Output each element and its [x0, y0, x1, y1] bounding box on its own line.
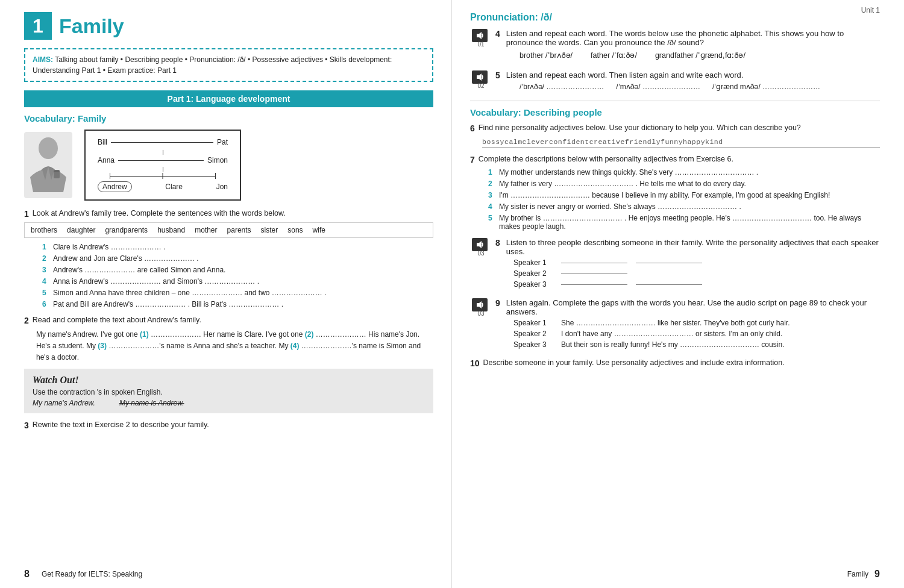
- unit-title: Family: [59, 14, 124, 38]
- book-title-left: Get Ready for IELTS: Speaking: [42, 570, 142, 578]
- part1-banner: Part 1: Language development: [24, 90, 433, 107]
- tree-andrew: Andrew: [98, 181, 132, 192]
- svg-marker-6: [477, 301, 482, 308]
- speaker-label-9-1: Speaker 1: [513, 319, 553, 327]
- exercise-1: 1 Look at Andrew's family tree. Complete…: [24, 209, 433, 308]
- audio-icon-9[interactable]: [472, 298, 488, 311]
- ex9-instruction: Listen again. Complete the gaps with the…: [506, 298, 880, 316]
- ex10-num: 10: [470, 358, 480, 368]
- ex6-instruction: Find nine personality adjectives below. …: [479, 124, 801, 132]
- speaker-icon-5: [476, 73, 484, 81]
- ex7-header: 7 Complete the descriptions below with p…: [470, 155, 880, 164]
- watch-out-box: Watch Out! Use the contraction 's in spo…: [24, 369, 433, 413]
- ex1-num: 1: [24, 209, 29, 219]
- section-right: Family: [847, 570, 868, 578]
- tree-simon: Simon: [207, 156, 228, 164]
- page-num-right: 9: [874, 569, 880, 580]
- exercise-4: 01 4 Listen and repeat each word. The wo…: [470, 29, 880, 63]
- ex2-text: My name's Andrew. I've got one (1) ………………: [24, 329, 433, 364]
- ex10-instruction: Describe someone in your family. Use per…: [483, 358, 785, 367]
- page-num-left: 8: [24, 569, 30, 580]
- speaker-label-3: Speaker 3: [513, 280, 553, 289]
- ex10-header: 10 Describe someone in your family. Use …: [470, 358, 880, 368]
- list-item: 2Andrew and Jon are Clare's ………………… .: [42, 254, 433, 263]
- ex4-track: 01: [477, 41, 484, 48]
- speaker-row-9-2: Speaker 2 I don't have any …………………………… o…: [513, 330, 880, 338]
- speaker-row-9-1: Speaker 1 She …………………………… like her siste…: [513, 319, 880, 327]
- speaker-text-9-1: She …………………………… like her sister. They've…: [561, 319, 790, 327]
- ex5-track: 02: [477, 83, 484, 89]
- unit-number-box: 1: [24, 12, 52, 40]
- aims-box: AIMS: Talking about family • Describing …: [24, 48, 433, 82]
- exercise-7: 7 Complete the descriptions below with p…: [470, 155, 880, 231]
- watch-out-strike: My name is Andrew.: [119, 399, 184, 407]
- tree-clare: Clare: [165, 183, 183, 191]
- ex1-header: 1 Look at Andrew's family tree. Complete…: [24, 209, 433, 219]
- page-footer-left: 8 Get Ready for IELTS: Speaking: [24, 569, 142, 580]
- exercise-3: 3 Rewrite the text in Exercise 2 to desc…: [24, 421, 433, 430]
- watch-out-line1: Use the contraction 's in spoken English…: [33, 388, 425, 396]
- exercise-10: 10 Describe someone in your family. Use …: [470, 358, 880, 368]
- list-item: 3I'm …………………………… because I believe in my…: [488, 191, 880, 199]
- ex2-header: 2 Read and complete the text about Andre…: [24, 316, 433, 325]
- list-item: 6Pat and Bill are Andrew's ………………… . Bil…: [42, 300, 433, 308]
- ex8-num: 8: [495, 238, 500, 248]
- tree-jon: Jon: [216, 183, 228, 191]
- ex6-num: 6: [470, 124, 475, 133]
- ex5-audio-block: 02 5 Listen and repeat each word. Then l…: [470, 70, 880, 93]
- ex3-num: 3: [24, 421, 29, 430]
- wb-brothers: brothers: [31, 226, 57, 234]
- ex7-instruction: Complete the descriptions below with per…: [479, 155, 733, 163]
- speaker-row-1: Speaker 1: [513, 258, 880, 267]
- tree-pat: Pat: [217, 138, 228, 146]
- watch-out-title: Watch Out!: [33, 375, 425, 386]
- ex2-instruction: Read and complete the text about Andrew'…: [33, 316, 201, 324]
- ex5-num: 5: [495, 70, 500, 80]
- ex7-num: 7: [470, 155, 475, 164]
- ex5-item-2: /ˈmʌðə/ ……………………: [616, 83, 700, 91]
- person-silhouette-svg: [27, 135, 69, 195]
- wb-wife: wife: [313, 226, 325, 234]
- ex4-instruction: Listen and repeat each word. The words b…: [506, 29, 880, 47]
- list-item: 1Clare is Andrew's ………………… .: [42, 243, 433, 251]
- list-item: 2My father is very …………………………… . He tell…: [488, 180, 880, 188]
- audio-icon-col-9: 03: [470, 298, 492, 317]
- right-page: Unit 1 Pronunciation: /ð/ 01 4 Listen an…: [452, 0, 904, 588]
- speaker-icon-8: [476, 240, 484, 249]
- section-separator: [470, 101, 880, 101]
- watch-out-italic: My name's Andrew.: [33, 399, 95, 407]
- wb-parents: parents: [227, 226, 251, 234]
- watch-out-content: Use the contraction 's in spoken English…: [33, 388, 425, 407]
- audio-icon-4[interactable]: [472, 29, 488, 42]
- wb-sons: sons: [287, 226, 303, 234]
- unit-number: 1: [33, 15, 43, 37]
- exercise-6: 6 Find nine personality adjectives below…: [470, 124, 880, 148]
- ex9-num: 9: [495, 298, 500, 308]
- ex8-audio-block: 03 8 Listen to three people describing s…: [470, 238, 880, 291]
- ex4-words: brother /ˈbrʌðə/ father /ˈfɑːðə/ grandfa…: [519, 51, 880, 60]
- speaker-blank-1b: [636, 263, 702, 263]
- ex1-instruction: Look at Andrew's family tree. Complete t…: [33, 209, 286, 217]
- list-item: 5Simon and Anna have three children – on…: [42, 289, 433, 297]
- tree-bill: Bill: [98, 138, 107, 146]
- speaker-blank-3a: [561, 284, 627, 285]
- exercise-8: 03 8 Listen to three people describing s…: [470, 238, 880, 291]
- audio-icon-col-4: 01: [470, 29, 492, 48]
- adj-string: bossycalmcleverconfidentcreativefriendly…: [482, 138, 880, 148]
- family-tree-diagram: Bill Pat Anna Simon: [84, 130, 241, 201]
- ex3-header: 3 Rewrite the text in Exercise 2 to desc…: [24, 421, 433, 430]
- ex9-track: 03: [477, 310, 484, 317]
- ex5-items: /ˈbrʌðə/ …………………… /ˈmʌðə/ …………………… /ˈɡræ…: [519, 83, 880, 91]
- list-item: 4My sister is never angry or worried. Sh…: [488, 202, 880, 211]
- speaker-row-3: Speaker 3: [513, 280, 880, 289]
- vocab-family-heading: Vocabulary: Family: [24, 113, 433, 124]
- audio-icon-col-8: 03: [470, 238, 492, 257]
- unit-title-block: 1 Family: [24, 12, 433, 40]
- ex4-word-3: grandfather /ˈɡrændˌfɑːðə/: [655, 51, 745, 60]
- wb-sister: sister: [261, 226, 278, 234]
- svg-point-0: [39, 137, 58, 159]
- left-page: 1 Family AIMS: Talking about family • De…: [0, 0, 452, 588]
- speaker-text-9-3: But their son is really funny! He's my ……: [561, 340, 784, 349]
- audio-icon-8[interactable]: [472, 238, 488, 251]
- audio-icon-5[interactable]: [472, 70, 488, 84]
